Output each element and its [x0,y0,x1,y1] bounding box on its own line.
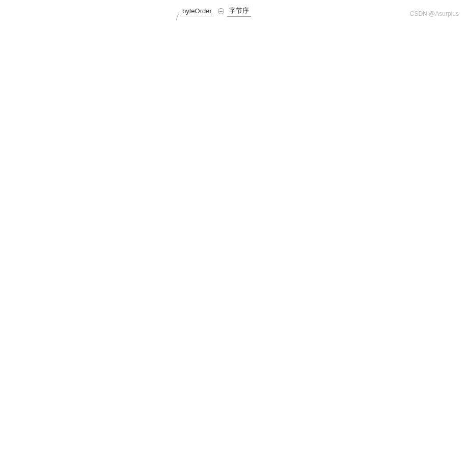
node-byteOrder[interactable]: byteOrder 字节序 [180,5,429,17]
node-desc: 消息包的处理模式，可以为单线程和队列模式 [257,19,393,20]
node-label: byteOrder [180,6,214,16]
watermark: CSDN @Asurplus [410,10,459,17]
collapse-icon[interactable] [218,8,224,14]
config-group: byteOrder 字节序 packetHandlerMode 消息包的处理模式… [180,5,429,20]
node-label: packetHandlerMode [180,20,243,21]
node-desc: 字节序 [227,5,251,17]
node-packetHandlerMode[interactable]: packetHandlerMode 消息包的处理模式，可以为单线程和队列模式 [180,19,429,20]
